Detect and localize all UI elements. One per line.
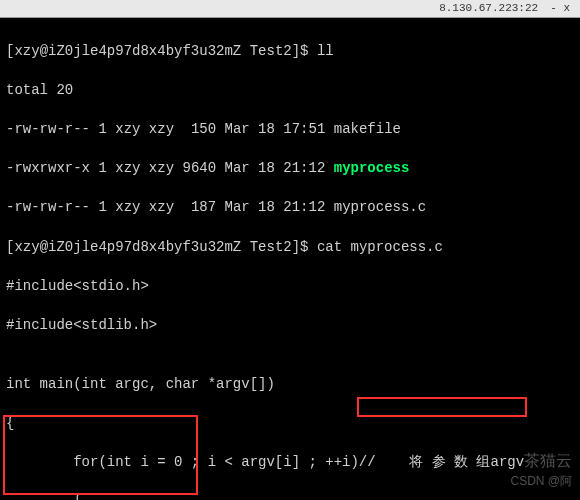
file-makefile: makefile — [334, 121, 401, 137]
titlebar-ip: 8.130.67.223:22 — [433, 1, 544, 16]
prompt-line-2: [xzy@iZ0jle4p97d8x4byf3u32mZ Test2]$ cat… — [6, 238, 574, 258]
src-main-sig: int main(int argc, char *argv[]) — [6, 375, 574, 395]
prompt-host: iZ0jle4p97d8x4byf3u32mZ — [48, 43, 241, 59]
terminal[interactable]: [xzy@iZ0jle4p97d8x4byf3u32mZ Test2]$ ll … — [0, 18, 580, 500]
watermark-top: 茶猫云 — [524, 450, 572, 472]
ll-row: -rwxrwxr-x 1 xzy xzy 9640 Mar 18 21:12 m… — [6, 159, 574, 179]
prompt-user: xzy — [14, 43, 39, 59]
src-for-comment: 将 参 数 组argv — [376, 454, 524, 470]
src-for-line: for(int i = 0 ; i < argv[i] ; ++i)// 将 参… — [6, 453, 574, 473]
file-myprocess: myprocess — [334, 160, 410, 176]
prompt-path: Test2 — [250, 43, 292, 59]
src-include2: #include<stdlib.h> — [6, 316, 574, 336]
ll-total: total 20 — [6, 81, 574, 101]
cmd-cat: cat myprocess.c — [317, 239, 443, 255]
src-open-brace: { — [6, 414, 574, 434]
watermark-bottom: CSDN @阿 — [510, 473, 572, 490]
window-titlebar: 8.130.67.223:22 - x — [0, 0, 580, 18]
src-include1: #include<stdio.h> — [6, 277, 574, 297]
file-myprocess-c: myprocess.c — [334, 199, 426, 215]
prompt-line-1: [xzy@iZ0jle4p97d8x4byf3u32mZ Test2]$ ll — [6, 42, 574, 62]
ll-row: -rw-rw-r-- 1 xzy xzy 150 Mar 18 17:51 ma… — [6, 120, 574, 140]
src-open-brace-2: { — [6, 492, 574, 500]
cmd-ll: ll — [317, 43, 334, 59]
prompt-suffix: $ — [300, 43, 308, 59]
titlebar-close-label[interactable]: - x — [544, 1, 576, 16]
ll-row: -rw-rw-r-- 1 xzy xzy 187 Mar 18 21:12 my… — [6, 198, 574, 218]
